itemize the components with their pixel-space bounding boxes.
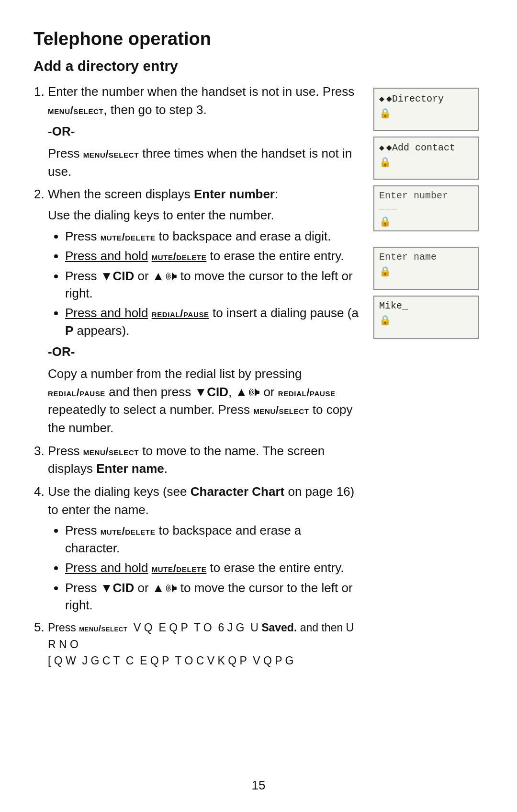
- bullet-2-4: Press and hold redial/pause to insert a …: [65, 304, 359, 339]
- mute-delete-ref-1: mute/delete: [101, 231, 156, 243]
- menu-select-ref-1: menu/select: [48, 105, 103, 116]
- section-title: Add a directory entry: [34, 58, 483, 74]
- screen-add-contact-title: ◆ ◆Add contact: [379, 141, 473, 153]
- text-column: Enter the number when the handset is not…: [34, 83, 373, 674]
- mute-delete-ref-3: mute/delete: [101, 526, 156, 537]
- screens-column: ◆ ◆Directory 🔒 ◆ ◆Add contact 🔒 Enter nu…: [373, 83, 483, 674]
- screen-enter-name-title: Enter name: [379, 252, 473, 263]
- diamond-icon-2: ◆: [379, 142, 384, 153]
- redial-pause-ref-3: redial/pause: [278, 387, 336, 399]
- bullet-4-3: Press ▼CID or ▲🕪 to move the cursor to t…: [65, 579, 359, 614]
- mike-screen-label: Mike_: [379, 300, 408, 311]
- lock-icon-3: 🔒: [379, 216, 473, 228]
- screen-add-contact: ◆ ◆Add contact 🔒: [373, 137, 479, 180]
- lock-icon-5: 🔒: [379, 314, 473, 326]
- p-label: P: [65, 323, 73, 338]
- press-hold-label-2: Press and hold: [65, 306, 148, 320]
- screen-enter-name: Enter name 🔒: [373, 247, 479, 290]
- step-5: Press menu/select V Q E Q P T O 6 J G U …: [48, 618, 359, 669]
- bullet-4-2: Press and hold mute/delete to erase the …: [65, 559, 359, 576]
- character-chart-ref: Character Chart: [191, 484, 285, 499]
- directory-label: ◆Directory: [386, 92, 444, 104]
- or-label-1: -OR-: [48, 123, 359, 141]
- step-1-text: Enter the number when the handset is not…: [48, 83, 359, 119]
- page-number: 15: [252, 778, 266, 793]
- step-3: Press menu/select to move to the name. T…: [48, 442, 359, 478]
- spacer-1: [373, 237, 483, 247]
- screen-enter-number-title: Enter number: [379, 190, 473, 201]
- page-title: Telephone operation: [34, 29, 483, 49]
- menu-select-ref-4: menu/select: [83, 446, 139, 457]
- step-2-or-text: Copy a number from the redial list by pr…: [48, 365, 359, 437]
- step-4: Use the dialing keys (see Character Char…: [48, 483, 359, 614]
- bullet-4-1: Press mute/delete to backspace and erase…: [65, 522, 359, 557]
- mute-delete-ref-4: mute/delete: [152, 563, 207, 574]
- bullet-2-3: Press ▼CID or ▲🕪 to move the cursor to t…: [65, 267, 359, 302]
- step-1-or-text: Press menu/select three times when the h…: [48, 145, 359, 181]
- redial-pause-ref-1: redial/pause: [152, 308, 209, 320]
- enter-name-screen-label: Enter name: [379, 252, 437, 263]
- press-hold-label-3: Press and hold: [65, 560, 148, 575]
- step-2-bullets: Press mute/delete to backspace and erase…: [48, 228, 359, 339]
- screen-directory-title: ◆ ◆Directory: [379, 92, 473, 104]
- step-4-text: Use the dialing keys (see Character Char…: [48, 483, 359, 519]
- enter-number-screen-label: Enter number: [379, 190, 448, 201]
- screen-directory: ◆ ◆Directory 🔒: [373, 88, 479, 131]
- screen-enter-number: Enter number ——— 🔒: [373, 185, 479, 231]
- step-2-text: When the screen displays Enter number:: [48, 185, 359, 204]
- press-hold-label-1: Press and hold: [65, 249, 148, 263]
- lock-icon-2: 🔒: [379, 156, 473, 168]
- mute-delete-ref-2: mute/delete: [152, 251, 207, 263]
- bullet-2-1: Press mute/delete to backspace and erase…: [65, 228, 359, 245]
- and-then-label: and then: [300, 621, 343, 634]
- screen-mike: Mike_ 🔒: [373, 296, 479, 339]
- main-layout: Enter the number when the handset is not…: [34, 83, 483, 674]
- screen-mike-title: Mike_: [379, 300, 473, 311]
- diamond-icon-1: ◆: [379, 93, 384, 104]
- step-3-text: Press menu/select to move to the name. T…: [48, 442, 359, 478]
- step-4-bullets: Press mute/delete to backspace and erase…: [48, 522, 359, 614]
- redial-pause-ref-2: redial/pause: [48, 387, 105, 399]
- steps-list: Enter the number when the handset is not…: [34, 83, 359, 669]
- step-5-text: Press menu/select V Q E Q P T O 6 J G U …: [48, 619, 359, 669]
- cid-ref-3: CID: [112, 581, 134, 595]
- or-label-2: -OR-: [48, 343, 359, 361]
- enter-number-label: Enter number: [194, 187, 275, 201]
- menu-select-ref-2: menu/select: [83, 149, 139, 160]
- enter-number-dash: ———: [379, 204, 473, 214]
- menu-select-ref-3: menu/select: [253, 405, 309, 416]
- saved-label: Saved.: [261, 621, 297, 634]
- enter-name-label: Enter name: [96, 461, 164, 476]
- bullet-2-2: Press and hold mute/delete to erase the …: [65, 247, 359, 264]
- step-1: Enter the number when the handset is not…: [48, 83, 359, 181]
- cid-ref-1: CID: [112, 269, 134, 283]
- step-2-subtext: Use the dialing keys to enter the number…: [48, 206, 359, 225]
- lock-icon-1: 🔒: [379, 107, 473, 119]
- step-2: When the screen displays Enter number: U…: [48, 185, 359, 437]
- lock-icon-4: 🔒: [379, 265, 473, 277]
- menu-select-ref-5: menu/select: [79, 623, 127, 633]
- cid-ref-2: CID: [207, 385, 228, 399]
- add-contact-label: ◆Add contact: [386, 141, 455, 153]
